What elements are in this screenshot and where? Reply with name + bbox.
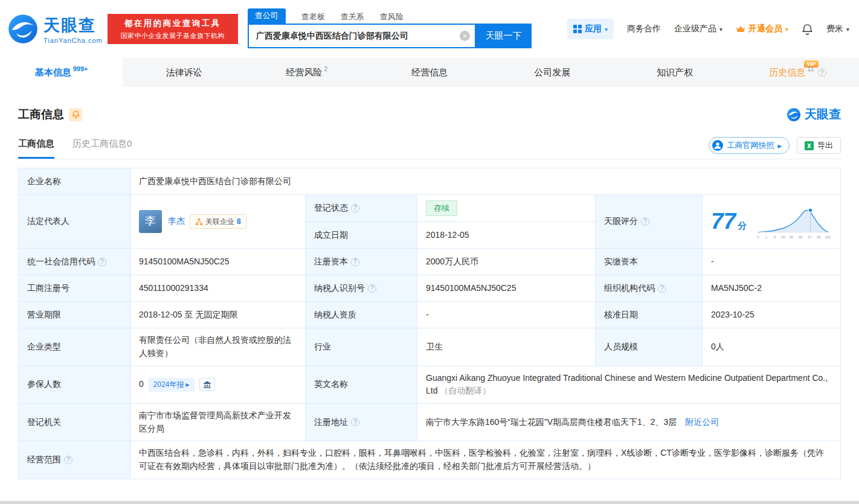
field-label: 成立日期 (314, 230, 348, 240)
related-count: 8 (237, 216, 241, 228)
annual-report-badge[interactable]: 2024年报▸ (149, 378, 195, 392)
export-button[interactable]: 导出 (797, 137, 841, 154)
establish-date-value: 2018-12-05 (426, 230, 469, 240)
field-label: 统一社会信用代码 (27, 257, 95, 266)
tab-operation-risk[interactable]: 经营风险 2 (245, 58, 368, 87)
related-companies-badge[interactable]: 关联企业 8 (190, 214, 246, 229)
table-row: 统一社会信用代码? 91450100MA5NJ50C25 注册资本? 2000万… (19, 249, 841, 275)
crown-icon (736, 25, 745, 33)
tab-business-info[interactable]: 经营信息 (368, 58, 491, 87)
brand-domain: TianYanCha.com (43, 37, 103, 44)
institution-link[interactable] (199, 378, 215, 391)
bell-icon (72, 110, 80, 118)
nearby-companies-link[interactable]: 附近公司 (685, 417, 719, 427)
user-menu[interactable]: 费米 ▾ (826, 24, 849, 34)
open-vip-menu[interactable]: 开通会员 ▾ (736, 24, 788, 34)
table-row: 工商注册号 450111000291334 纳税人识别号? 91450100MA… (19, 275, 841, 302)
tab-basic-info[interactable]: 基本信息 999+ (0, 58, 123, 87)
arrow-right-icon: ▸ (186, 379, 190, 391)
tianyancha-eye-icon (787, 107, 801, 122)
field-label: 企业名称 (27, 176, 61, 186)
help-icon[interactable]: ? (351, 204, 359, 212)
field-label: 纳税人识别号 (314, 283, 365, 293)
bottom-divider (0, 501, 859, 504)
table-row: 法定代表人 李 李杰 关联企业 8 (19, 195, 841, 222)
enterprise-products-menu[interactable]: 企业级产品 ▾ (674, 24, 722, 34)
help-icon[interactable]: ? (368, 284, 376, 293)
arrow-right-icon: ▸ (777, 141, 782, 150)
official-snapshot-button[interactable]: 工商官网快照 ▸ (709, 137, 790, 154)
brand-name: 天眼查 (43, 14, 103, 36)
reg-address-value: 南宁市大学东路160号“瑞士花园”V期高层商住楼君临天下1、2、3层 (426, 417, 677, 427)
search-input[interactable] (256, 31, 460, 41)
legal-rep-avatar[interactable]: 李 (139, 210, 162, 233)
watermark-brand-text: 天眼查 (805, 106, 841, 123)
snapshot-icon (712, 140, 723, 151)
search-button[interactable]: 天眼一下 (476, 24, 532, 48)
help-icon[interactable]: ? (64, 456, 72, 464)
tab-legal-proceedings[interactable]: 法律诉讼 (123, 58, 245, 87)
table-row: 营业期限 2018-12-05 至 无固定期限 纳税人资质 - 核准日期 202… (19, 302, 841, 328)
industry-value: 卫生 (426, 342, 443, 351)
monitor-bell-button[interactable] (69, 108, 82, 121)
tab-company-development[interactable]: 公司发展 (491, 58, 614, 87)
search-tab-boss[interactable]: 查老板 (301, 11, 325, 24)
taxpayer-id-value: 91450100MA5NJ50C25 (426, 283, 516, 293)
enterprise-label: 企业级产品 (674, 24, 716, 34)
company-name-value: 广西爱康卓悦中西医结合门诊部有限公司 (139, 176, 291, 186)
bell-icon (802, 24, 813, 35)
svg-text:0: 0 (757, 235, 759, 239)
notifications-button[interactable] (802, 24, 813, 35)
field-label: 经营范围 (27, 455, 61, 464)
field-label: 法定代表人 (27, 216, 69, 226)
search-tab-company[interactable]: 查公司 (248, 8, 286, 24)
score-unit: 分 (738, 220, 747, 231)
legal-rep-link[interactable]: 李杰 (168, 215, 185, 228)
field-label: 核准日期 (604, 310, 638, 319)
tab-history-info[interactable]: VIP 历史信息 11 ? (736, 58, 859, 87)
business-scope-value: 中西医结合科，急诊科，内科，外科，妇科专业，口腔科，眼科，耳鼻咽喉科，中医科，医… (139, 448, 824, 471)
apps-label: 应用 (585, 24, 602, 34)
subtab-history-registration[interactable]: 历史工商信息0 (72, 138, 132, 159)
apps-menu-button[interactable]: 应用 ▾ (567, 19, 614, 39)
org-chart-icon (195, 218, 203, 226)
help-icon[interactable]: ? (351, 418, 359, 426)
vip-label: 开通会员 (748, 24, 782, 34)
help-icon[interactable]: ? (98, 258, 106, 266)
paid-capital-value: - (711, 257, 714, 266)
field-label: 天眼评分 (604, 216, 638, 226)
score-distribution-chart: 0 1 3 15 50 85 97 99 100 (754, 202, 832, 241)
clear-search-icon[interactable]: × (460, 31, 470, 41)
chevron-down-icon: ▾ (719, 26, 722, 33)
svg-text:85: 85 (798, 235, 802, 239)
score-value: 77 (711, 209, 736, 234)
field-label: 企业类型 (27, 342, 61, 351)
tianyancha-logo[interactable]: 天眼查 TianYanCha.com (7, 13, 103, 45)
watermark-logo: 天眼查 (787, 106, 841, 123)
help-icon[interactable]: ? (658, 284, 666, 293)
field-label: 登记状态 (314, 203, 348, 212)
top-header: 天眼查 TianYanCha.com 都在用的商业查询工具 国家中小企业发展子基… (0, 0, 859, 58)
search-tab-relation[interactable]: 查关系 (341, 11, 364, 24)
subtab-business-registration[interactable]: 工商信息 (18, 138, 54, 159)
search-area: 查公司 查老板 查关系 查风险 × 天眼一下 (248, 10, 532, 48)
business-cooperation-link[interactable]: 商务合作 (627, 24, 661, 34)
table-row: 登记机关 南宁市市场监督管理局高新技术产业开发区分局 注册地址? 南宁市大学东路… (19, 403, 841, 441)
field-label: 参保人数 (27, 379, 61, 389)
field-label: 工商注册号 (27, 283, 69, 293)
bank-building-icon (203, 380, 211, 389)
tab-label: 法律诉讼 (166, 67, 202, 78)
search-tab-risk[interactable]: 查风险 (380, 11, 404, 24)
table-row: 企业名称 广西爱康卓悦中西医结合门诊部有限公司 (19, 168, 841, 195)
chevron-down-icon: ▾ (605, 26, 608, 33)
field-label: 组织机构代码 (604, 283, 655, 293)
staff-size-value: 0人 (711, 342, 724, 351)
help-icon[interactable]: ? (641, 217, 649, 226)
table-row: 企业类型 有限责任公司（非自然人投资或控股的法人独资） 行业 卫生 人员规模 0… (19, 328, 841, 366)
help-icon[interactable]: ? (351, 258, 359, 266)
tab-label: 经营风险 (286, 67, 322, 78)
tab-intellectual-property[interactable]: 知识产权 (614, 58, 736, 87)
svg-text:3: 3 (774, 235, 776, 239)
help-icon[interactable]: ? (818, 68, 826, 77)
svg-text:97: 97 (808, 235, 812, 239)
